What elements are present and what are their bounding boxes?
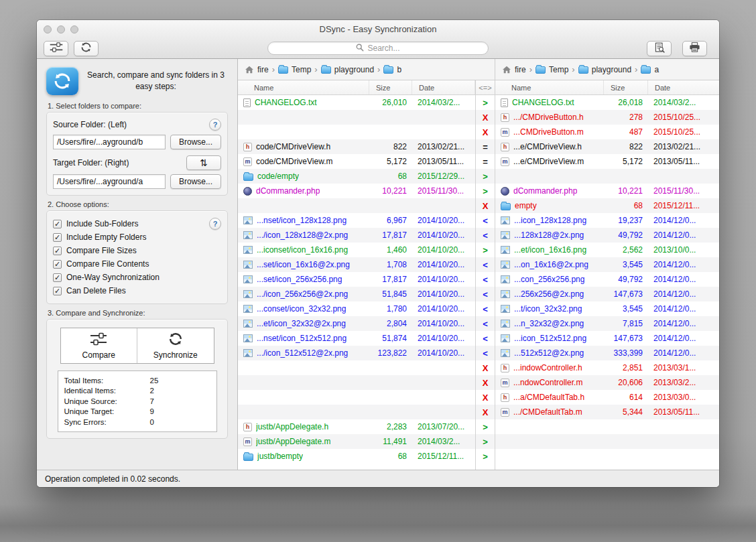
breadcrumb-item[interactable]: Temp bbox=[536, 65, 568, 74]
right-file-name-cell[interactable]: ...con_256x256.png bbox=[495, 272, 604, 287]
file-row[interactable]: ...et/icon_32x32@2x.png2,8042014/10/20..… bbox=[238, 316, 719, 331]
file-row[interactable]: .../icon_128x128@2x.png17,8172014/10/20.… bbox=[238, 228, 719, 243]
file-row[interactable]: ...set/icon_16x16@2x.png1,7082014/10/20.… bbox=[238, 257, 719, 272]
file-row[interactable]: Xempty682015/12/11... bbox=[238, 198, 719, 213]
breadcrumb-item[interactable]: Temp bbox=[278, 65, 311, 74]
breadcrumb-item[interactable]: b bbox=[383, 65, 401, 74]
right-file-name-cell[interactable]: m...CMDriveButton.m bbox=[495, 125, 604, 139]
title-bar[interactable]: DSync - Easy Synchronization bbox=[37, 20, 719, 38]
file-row[interactable]: ...conset/icon_32x32.png1,7802014/10/20.… bbox=[238, 301, 719, 316]
help-button[interactable]: ? bbox=[209, 218, 221, 230]
target-browse-button[interactable]: Browse... bbox=[170, 174, 221, 189]
checkbox-option[interactable]: ✓Include Sub-Folders bbox=[53, 219, 138, 228]
left-name-header[interactable]: Name bbox=[238, 80, 369, 94]
breadcrumb-item[interactable]: playground bbox=[578, 65, 631, 74]
right-date-header[interactable]: Date bbox=[648, 80, 719, 94]
left-file-name-cell[interactable]: code/empty bbox=[238, 169, 369, 184]
right-file-name-cell[interactable]: CHANGELOG.txt bbox=[495, 95, 604, 110]
left-size-header[interactable]: Size bbox=[369, 80, 412, 94]
left-file-name-cell[interactable]: CHANGELOG.txt bbox=[238, 95, 369, 110]
right-file-name-cell[interactable]: m...ndowController.m bbox=[495, 375, 604, 390]
checkbox-option[interactable]: ✓Compare File Sizes bbox=[53, 246, 137, 255]
left-file-name-cell[interactable]: dCommander.php bbox=[238, 184, 369, 198]
left-file-name-cell[interactable]: ...set/icon_256x256.png bbox=[238, 272, 369, 287]
left-file-name-cell[interactable]: mcode/CMDriveView.m bbox=[238, 154, 369, 169]
left-file-name-cell[interactable]: hjustb/AppDelegate.h bbox=[238, 419, 369, 434]
search-input[interactable]: Search... bbox=[267, 42, 489, 55]
right-name-header[interactable]: Name bbox=[495, 80, 604, 94]
synchronize-button[interactable]: Synchronize bbox=[137, 328, 214, 363]
file-row[interactable]: justb/bempty682015/12/11...> bbox=[238, 449, 719, 464]
left-file-name-cell[interactable]: ...conset/icon_32x32.png bbox=[238, 301, 369, 316]
checkbox[interactable]: ✓ bbox=[53, 247, 62, 255]
right-file-name-cell[interactable]: ...512x512@2x.png bbox=[495, 346, 604, 360]
right-file-name-cell[interactable]: ...n_32x32@2x.png bbox=[495, 316, 604, 331]
minimize-button[interactable] bbox=[57, 25, 65, 33]
file-row[interactable]: Xh...a/CMDefaultTab.h6142013/03/0... bbox=[238, 390, 719, 405]
left-file-name-cell[interactable]: ...nset/icon_128x128.png bbox=[238, 213, 369, 228]
checkbox-option[interactable]: ✓Include Empty Folders bbox=[53, 232, 146, 242]
source-help-button[interactable]: ? bbox=[209, 119, 221, 131]
file-row[interactable]: Xm.../CMDefaultTab.m5,3442013/05/11... bbox=[238, 405, 719, 419]
left-file-name-cell[interactable]: hcode/CMDriveView.h bbox=[238, 139, 369, 154]
target-folder-field[interactable]: /Users/fire/...ayground/a bbox=[53, 174, 166, 189]
breadcrumb-item[interactable]: fire bbox=[245, 65, 269, 74]
left-file-name-cell[interactable]: justb/bempty bbox=[238, 449, 369, 464]
preview-button[interactable] bbox=[647, 41, 672, 56]
checkbox-option[interactable]: ✓One-Way Synchronization bbox=[53, 273, 160, 282]
file-row[interactable]: CHANGELOG.txt26,0102014/03/2...>CHANGELO… bbox=[238, 95, 719, 110]
file-row[interactable]: .../icon_256x256@2x.png51,8452014/10/20.… bbox=[238, 287, 719, 301]
file-row[interactable]: Xh...indowController.h2,8512013/03/1... bbox=[238, 360, 719, 375]
left-file-name-cell[interactable]: mjustb/AppDelegate.m bbox=[238, 434, 369, 449]
zoom-button[interactable] bbox=[70, 25, 78, 33]
swap-folders-button[interactable]: ⇅ bbox=[186, 155, 221, 170]
left-file-name-cell[interactable]: ...set/icon_16x16@2x.png bbox=[238, 257, 369, 272]
left-file-name-cell[interactable]: .../icon_256x256@2x.png bbox=[238, 287, 369, 301]
checkbox[interactable]: ✓ bbox=[53, 273, 62, 282]
file-row[interactable]: Xh.../CMDriveButton.h2782015/10/25... bbox=[238, 110, 719, 125]
file-row[interactable]: dCommander.php10,2212015/11/30...>dComma… bbox=[238, 184, 719, 198]
right-file-name-cell[interactable]: h.../CMDriveButton.h bbox=[495, 110, 604, 125]
file-row[interactable]: ...set/icon_256x256.png17,8172014/10/20.… bbox=[238, 272, 719, 287]
file-row[interactable]: ...nset/icon_128x128.png6,9672014/10/20.… bbox=[238, 213, 719, 228]
source-browse-button[interactable]: Browse... bbox=[170, 135, 221, 149]
breadcrumb-item[interactable]: fire bbox=[502, 65, 526, 74]
source-folder-field[interactable]: /Users/fire/...ayground/b bbox=[53, 135, 166, 149]
file-row[interactable]: ...iconset/icon_16x16.png1,4602014/10/20… bbox=[238, 243, 719, 257]
file-row[interactable]: code/empty682015/12/29...> bbox=[238, 169, 719, 184]
checkbox-option[interactable]: ✓Compare File Contents bbox=[53, 259, 149, 269]
left-file-name-cell[interactable]: .../icon_512x512@2x.png bbox=[238, 346, 369, 360]
right-file-name-cell[interactable]: m.../CMDefaultTab.m bbox=[495, 405, 604, 419]
checkbox[interactable]: ✓ bbox=[53, 260, 62, 269]
checkbox[interactable]: ✓ bbox=[53, 220, 62, 228]
right-file-name-cell[interactable]: ...icon_512x512.png bbox=[495, 331, 604, 346]
file-row[interactable]: Xm...CMDriveButton.m4872015/10/25... bbox=[238, 125, 719, 139]
left-file-name-cell[interactable]: ...nset/icon_512x512.png bbox=[238, 331, 369, 346]
right-file-name-cell[interactable]: empty bbox=[495, 198, 604, 213]
left-file-name-cell[interactable]: .../icon_128x128@2x.png bbox=[238, 228, 369, 243]
file-row[interactable]: .../icon_512x512@2x.png123,8222014/10/20… bbox=[238, 346, 719, 360]
right-file-name-cell[interactable]: dCommander.php bbox=[495, 184, 604, 198]
right-file-name-cell[interactable]: ...on_16x16@2x.png bbox=[495, 257, 604, 272]
file-row[interactable]: mjustb/AppDelegate.m11,4912014/03/2...> bbox=[238, 434, 719, 449]
print-button[interactable] bbox=[682, 41, 707, 56]
breadcrumb-item[interactable]: playground bbox=[321, 65, 374, 74]
right-file-name-cell[interactable]: h...indowController.h bbox=[495, 360, 604, 375]
file-row[interactable]: hcode/CMDriveView.h8222013/02/21...=h...… bbox=[238, 139, 719, 154]
right-file-name-cell[interactable]: ...256x256@2x.png bbox=[495, 287, 604, 301]
right-file-name-cell[interactable]: ...et/icon_16x16.png bbox=[495, 243, 604, 257]
file-row[interactable]: mcode/CMDriveView.m5,1722013/05/11...=m.… bbox=[238, 154, 719, 169]
file-row[interactable]: Xm...ndowController.m20,6062013/03/2... bbox=[238, 375, 719, 390]
left-file-name-cell[interactable]: ...et/icon_32x32@2x.png bbox=[238, 316, 369, 331]
left-file-name-cell[interactable]: ...iconset/icon_16x16.png bbox=[238, 243, 369, 257]
right-size-header[interactable]: Size bbox=[604, 80, 648, 94]
compare-button[interactable]: Compare bbox=[61, 328, 138, 363]
checkbox[interactable]: ✓ bbox=[53, 233, 62, 242]
checkbox-option[interactable]: ✓Can Delete Files bbox=[53, 286, 126, 295]
right-file-name-cell[interactable]: m...e/CMDriveView.m bbox=[495, 154, 604, 169]
right-file-name-cell[interactable]: h...e/CMDriveView.h bbox=[495, 139, 604, 154]
compare-toolbar-button[interactable] bbox=[44, 41, 68, 56]
right-file-name-cell[interactable]: ...128x128@2x.png bbox=[495, 228, 604, 243]
right-file-name-cell[interactable]: ...icon_128x128.png bbox=[495, 213, 604, 228]
right-file-name-cell[interactable]: ...t/icon_32x32.png bbox=[495, 301, 604, 316]
